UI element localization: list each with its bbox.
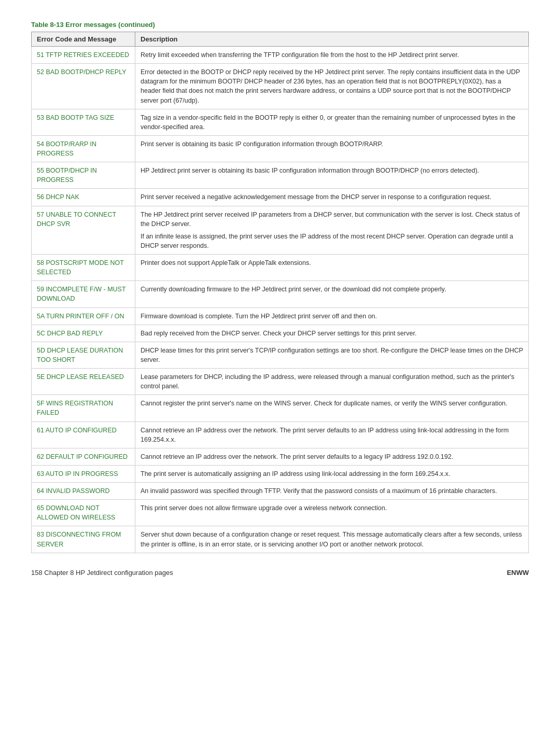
error-code-cell: 5E DHCP LEASE RELEASED [32, 369, 135, 395]
error-code-cell: 55 BOOTP/DHCP IN PROGRESS [32, 162, 135, 189]
error-code-cell: 52 BAD BOOTP/DHCP REPLY [32, 64, 135, 109]
description-cell: Lease parameters for DHCP, including the… [135, 369, 529, 395]
description-cell: The print server is automatically assign… [135, 465, 529, 482]
description-cell: This print server does not allow firmwar… [135, 500, 529, 526]
description-cell: HP Jetdirect print server is obtaining i… [135, 162, 529, 189]
table-row: 5F WINS REGISTRATION FAILEDCannot regist… [32, 395, 529, 421]
error-code-cell: 64 INVALID PASSWORD [32, 483, 135, 500]
error-code-cell: 5C DHCP BAD REPLY [32, 325, 135, 342]
table-row: 5D DHCP LEASE DURATION TOO SHORTDHCP lea… [32, 342, 529, 368]
description-cell: Currently downloading firmware to the HP… [135, 281, 529, 307]
error-code-cell: 51 TFTP RETRIES EXCEEDED [32, 47, 135, 64]
footer-right: ENWW [507, 569, 529, 577]
page-footer: 158 Chapter 8 HP Jetdirect configuration… [31, 569, 529, 577]
table-row: 5E DHCP LEASE RELEASEDLease parameters f… [32, 369, 529, 395]
error-code-cell: 63 AUTO IP IN PROGRESS [32, 465, 135, 482]
description-cell: Firmware download is complete. Turn the … [135, 307, 529, 325]
table-row: 51 TFTP RETRIES EXCEEDEDRetry limit exce… [32, 47, 529, 64]
description-cell: Cannot retrieve an IP address over the n… [135, 448, 529, 465]
description-cell: DHCP lease times for this print server's… [135, 342, 529, 368]
description-cell: Cannot retrieve an IP address over the n… [135, 421, 529, 448]
table-row: 5A TURN PRINTER OFF / ONFirmware downloa… [32, 307, 529, 325]
table-row: 55 BOOTP/DHCP IN PROGRESSHP Jetdirect pr… [32, 162, 529, 189]
table-title: Table 8-13 Error messages (continued) [31, 21, 529, 29]
table-row: 65 DOWNLOAD NOT ALLOWED ON WIRELESSThis … [32, 500, 529, 526]
table-row: 53 BAD BOOTP TAG SIZETag size in a vendo… [32, 109, 529, 135]
description-cell: Print server received a negative acknowl… [135, 189, 529, 206]
error-code-cell: 5F WINS REGISTRATION FAILED [32, 395, 135, 421]
error-code-cell: 59 INCOMPLETE F/W - MUST DOWNLOAD [32, 281, 135, 307]
table-row: 56 DHCP NAKPrint server received a negat… [32, 189, 529, 206]
description-cell: Bad reply received from the DHCP server.… [135, 325, 529, 342]
error-code-cell: 54 BOOTP/RARP IN PROGRESS [32, 135, 135, 162]
error-code-cell: 65 DOWNLOAD NOT ALLOWED ON WIRELESS [32, 500, 135, 526]
error-code-cell: 58 POSTSCRIPT MODE NOT SELECTED [32, 255, 135, 281]
table-row: 58 POSTSCRIPT MODE NOT SELECTEDPrinter d… [32, 255, 529, 281]
error-code-cell: 5A TURN PRINTER OFF / ON [32, 307, 135, 325]
table-row: 64 INVALID PASSWORDAn invalid password w… [32, 483, 529, 500]
error-code-cell: 57 UNABLE TO CONNECT DHCP SVR [32, 206, 135, 255]
table-row: 62 DEFAULT IP CONFIGUREDCannot retrieve … [32, 448, 529, 465]
description-cell: Print server is obtaining its basic IP c… [135, 135, 529, 162]
description-cell: Error detected in the BOOTP or DHCP repl… [135, 64, 529, 109]
error-code-cell: 56 DHCP NAK [32, 189, 135, 206]
description-cell: Server shut down because of a configurat… [135, 526, 529, 553]
description-cell: Printer does not support AppleTalk or Ap… [135, 255, 529, 281]
table-row: 59 INCOMPLETE F/W - MUST DOWNLOADCurrent… [32, 281, 529, 307]
error-code-cell: 83 DISCONNECTING FROM SERVER [32, 526, 135, 553]
description-cell: The HP Jetdirect print server received I… [135, 206, 529, 255]
table-row: 52 BAD BOOTP/DHCP REPLYError detected in… [32, 64, 529, 109]
description-cell: Cannot register the print server's name … [135, 395, 529, 421]
error-code-cell: 53 BAD BOOTP TAG SIZE [32, 109, 135, 135]
table-header-row: Error Code and Message Description [32, 32, 529, 47]
table-row: 63 AUTO IP IN PROGRESSThe print server i… [32, 465, 529, 482]
description-cell: Tag size in a vendor-specific field in t… [135, 109, 529, 135]
col-header-code: Error Code and Message [32, 32, 135, 47]
error-code-cell: 62 DEFAULT IP CONFIGURED [32, 448, 135, 465]
table-row: 83 DISCONNECTING FROM SERVERServer shut … [32, 526, 529, 553]
error-code-cell: 61 AUTO IP CONFIGURED [32, 421, 135, 448]
error-code-cell: 5D DHCP LEASE DURATION TOO SHORT [32, 342, 135, 368]
description-cell: An invalid password was specified throug… [135, 483, 529, 500]
description-cell: Retry limit exceeded when transferring t… [135, 47, 529, 64]
table-row: 5C DHCP BAD REPLYBad reply received from… [32, 325, 529, 342]
table-row: 61 AUTO IP CONFIGUREDCannot retrieve an … [32, 421, 529, 448]
table-row: 54 BOOTP/RARP IN PROGRESSPrint server is… [32, 135, 529, 162]
footer-left: 158 Chapter 8 HP Jetdirect configuration… [31, 569, 173, 577]
error-messages-table: Error Code and Message Description 51 TF… [31, 32, 529, 553]
table-row: 57 UNABLE TO CONNECT DHCP SVRThe HP Jetd… [32, 206, 529, 255]
col-header-description: Description [135, 32, 529, 47]
